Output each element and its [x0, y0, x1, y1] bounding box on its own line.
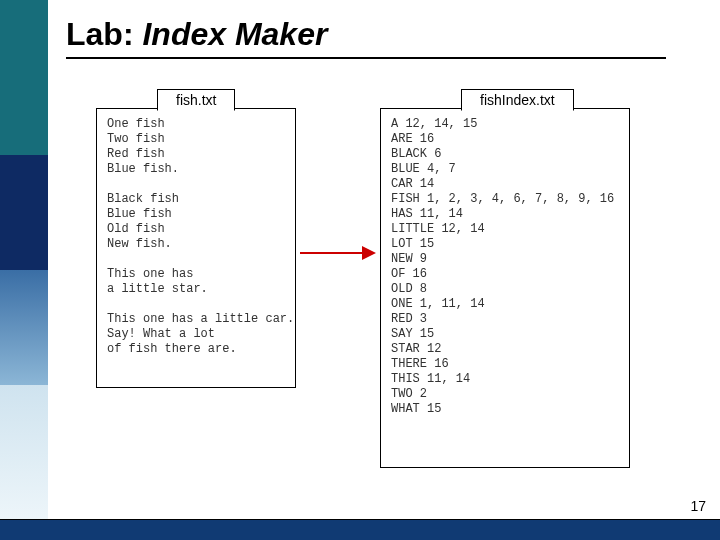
slide-title: Lab: Index Maker: [66, 16, 666, 59]
arrow-icon: [300, 246, 376, 260]
input-file-panel: fish.txt One fish Two fish Red fish Blue…: [96, 108, 296, 388]
footer-stripe: [0, 520, 720, 540]
art-block-teal: [0, 0, 48, 160]
output-file-panel: fishIndex.txt A 12, 14, 15 ARE 16 BLACK …: [380, 108, 630, 468]
title-prefix: Lab:: [66, 16, 142, 52]
art-block-blend: [0, 270, 48, 390]
output-file-tab: fishIndex.txt: [461, 89, 574, 111]
output-file-content: A 12, 14, 15 ARE 16 BLACK 6 BLUE 4, 7 CA…: [391, 117, 619, 417]
input-file-content: One fish Two fish Red fish Blue fish. Bl…: [107, 117, 285, 357]
arrow-head: [362, 246, 376, 260]
arrow-line: [300, 252, 364, 254]
title-italic: Index Maker: [142, 16, 327, 52]
art-block-light: [0, 385, 48, 520]
left-art-strip: [0, 0, 48, 520]
art-block-navy: [0, 155, 48, 275]
page-number: 17: [690, 498, 706, 514]
input-file-tab: fish.txt: [157, 89, 235, 111]
